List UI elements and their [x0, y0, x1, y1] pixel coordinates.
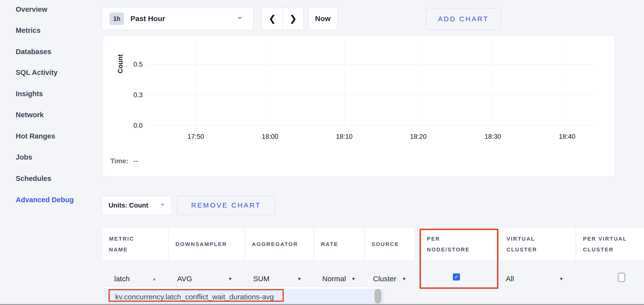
rate-select[interactable]: Normal — [322, 275, 346, 283]
scrollbar-thumb[interactable] — [375, 289, 381, 304]
per-node-store-checkbox[interactable]: ✓ — [453, 274, 460, 281]
prev-range-button[interactable]: ❮ — [262, 7, 283, 30]
time-range-arrows: ❮ ❯ — [262, 7, 304, 30]
column-header-downsampler: DOWNSAMPLER — [169, 228, 244, 260]
chevron-right-icon: ❯ — [290, 13, 297, 24]
caret-down-icon[interactable]: ▼ — [297, 276, 302, 282]
column-header-source: SOURCE — [365, 228, 414, 260]
gridline-horizontal — [146, 126, 596, 126]
column-header-virtual-cluster: VIRTUALCLUSTER — [500, 228, 575, 260]
virtual-cluster-select[interactable]: All — [506, 275, 514, 283]
x-tick-label: 18:10 — [330, 133, 359, 140]
sidebar-item-insights[interactable]: Insights — [16, 89, 43, 98]
window-edge — [0, 304, 644, 305]
time-readout-value: -- — [133, 157, 138, 165]
metric-suggestion-item[interactable]: kv.concurrency.latch_conflict_wait_durat… — [105, 289, 383, 305]
x-tick-label: 18:00 — [255, 133, 285, 140]
y-tick-label: 0.0 — [126, 122, 142, 129]
now-button[interactable]: Now — [308, 7, 338, 30]
remove-chart-button[interactable]: REMOVE CHART — [177, 196, 275, 215]
time-range-label: Past Hour — [130, 14, 165, 23]
time-readout-label: Time: — [110, 157, 128, 165]
chevron-down-icon: ⌄ — [236, 13, 244, 18]
aggregator-select[interactable]: SUM — [253, 275, 270, 283]
checkmark-icon: ✓ — [454, 274, 458, 280]
header-line: NAME — [109, 244, 168, 255]
metric-suggestions-panel: kv.concurrency.latch_conflict_wait_durat… — [105, 287, 383, 305]
custom-chart-card: Count 0.5 0.3 0.0 17:50 18:00 18:10 18:2… — [103, 36, 615, 177]
sidebar-item-databases[interactable]: Databases — [16, 47, 51, 56]
sidebar-item-overview[interactable]: Overview — [16, 5, 47, 14]
sidebar-item-jobs[interactable]: Jobs — [16, 152, 32, 162]
header-line: DOWNSAMPLER — [176, 239, 244, 250]
y-axis-label: Count — [117, 47, 124, 80]
gridline-vertical — [418, 38, 418, 129]
advanced-debug-custom-chart-page: Overview Metrics Databases SQL Activity … — [0, 0, 644, 305]
column-header-per-node-store: PERNODE/STORE — [420, 228, 498, 260]
header-line: VIRTUAL — [506, 234, 575, 244]
time-range-picker[interactable]: 1h Past Hour ⌄ — [102, 7, 254, 30]
header-line: PER — [427, 234, 498, 244]
x-tick-label: 17:50 — [181, 133, 210, 140]
column-header-rate: RATE — [315, 228, 364, 260]
metric-name-input[interactable]: latch — [114, 275, 130, 283]
header-line: PER VIRTUAL — [583, 234, 644, 244]
caret-up-icon[interactable]: ▲ — [152, 276, 156, 282]
gridline-vertical — [344, 38, 344, 129]
header-line: NODE/STORE — [427, 244, 498, 255]
header-line: AGGREGATOR — [252, 239, 314, 250]
x-tick-label: 18:30 — [478, 133, 508, 140]
units-select-label: Units: Count — [108, 202, 148, 209]
sidebar-item-hot-ranges[interactable]: Hot Ranges — [16, 131, 55, 141]
header-line: CLUSTER — [583, 244, 644, 255]
gridline-vertical — [196, 38, 196, 129]
header-line: METRIC — [109, 234, 168, 244]
header-line: SOURCE — [372, 239, 414, 250]
sidebar-item-schedules[interactable]: Schedules — [16, 174, 51, 183]
gridline-horizontal — [146, 64, 596, 65]
header-line: RATE — [321, 239, 364, 250]
source-select[interactable]: Cluster — [373, 275, 396, 283]
chevron-down-icon: ⌄ — [160, 201, 166, 205]
downsampler-select[interactable]: AVG — [177, 275, 192, 283]
sidebar-item-metrics[interactable]: Metrics — [16, 26, 41, 35]
sidebar-item-network[interactable]: Network — [16, 110, 44, 119]
x-tick-label: 18:40 — [552, 133, 582, 140]
next-range-button[interactable]: ❯ — [283, 7, 304, 30]
y-tick-label: 0.3 — [126, 91, 142, 99]
time-range-badge: 1h — [110, 12, 124, 25]
y-tick-label: 0.5 — [126, 61, 142, 68]
chevron-left-icon: ❮ — [268, 13, 276, 24]
column-header-metric-name: METRICNAME — [103, 228, 168, 260]
gridline-vertical — [493, 38, 493, 129]
caret-down-icon[interactable]: ▼ — [228, 276, 232, 282]
x-tick-label: 18:20 — [404, 133, 433, 140]
column-header-per-virtual-cluster: PER VIRTUALCLUSTER — [576, 228, 644, 260]
caret-down-icon[interactable]: ▼ — [351, 276, 356, 282]
per-virtual-cluster-checkbox[interactable]: ✓ — [618, 273, 625, 282]
gridline-vertical — [270, 38, 270, 129]
add-chart-button[interactable]: ADD CHART — [426, 8, 501, 30]
header-line: CLUSTER — [506, 244, 575, 255]
column-header-aggregator: AGGREGATOR — [246, 228, 314, 260]
sidebar-item-advanced-debug[interactable]: Advanced Debug — [16, 195, 74, 204]
sidebar-item-sql-activity[interactable]: SQL Activity — [16, 68, 58, 77]
caret-down-icon[interactable]: ▼ — [559, 276, 564, 282]
caret-down-icon[interactable]: ▼ — [402, 276, 406, 282]
hover-time-readout: Time:-- — [110, 157, 138, 165]
gridline-horizontal — [146, 95, 596, 95]
units-select[interactable]: Units: Count ⌄ — [102, 196, 172, 215]
gridline-vertical — [567, 38, 567, 129]
